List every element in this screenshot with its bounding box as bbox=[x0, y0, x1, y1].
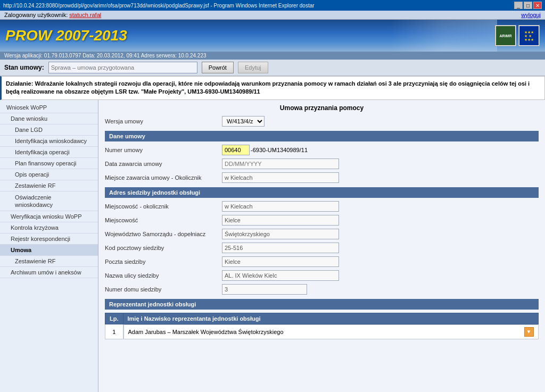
header-decoration bbox=[391, 20, 497, 52]
section-title: Umowa przyznania pomocy bbox=[105, 104, 539, 112]
sidebar-item-archiwum[interactable]: Archiwum umów i aneksów bbox=[0, 267, 98, 278]
table-header-name: Imię i Nazwisko reprezentanta jednostki … bbox=[123, 313, 539, 324]
kod-pocztowy-label: Kod pocztowy siedziby bbox=[105, 245, 222, 251]
numer-suffix: -6930-UM1340989/11 bbox=[251, 147, 308, 153]
arimr-logo: ARiMR bbox=[496, 26, 515, 45]
ulica-label: Nazwa ulicy siedziby bbox=[105, 272, 222, 279]
sidebar-item-zestawienie-rf-1[interactable]: Zestawienie RF bbox=[0, 180, 98, 191]
arimr-icon: ARiMR bbox=[495, 25, 516, 46]
top-bar: Zalogowany użytkownik: statuch.rafal wyl… bbox=[0, 11, 545, 20]
sidebar-item-kontrola[interactable]: Kontrola krzyżowa bbox=[0, 222, 98, 233]
miejscowosc-okolicznik-row: Miejscowość - okolicznik bbox=[105, 201, 539, 212]
action-title: Działanie: Wdrażanie lokalnych strategii… bbox=[0, 76, 545, 100]
sidebar-item-dane-wniosku[interactable]: Dane wniosku bbox=[0, 113, 98, 124]
numer-domu-label: Numer domu siedziby bbox=[105, 286, 222, 293]
header-banner: PROW 2007-2013 ARiMR ★★★★ ★★★★ bbox=[0, 20, 545, 52]
main-layout: Wniosek WoPP Dane wniosku Dane LGD Ident… bbox=[0, 100, 545, 392]
numer-umowy-combined: -6930-UM1340989/11 bbox=[222, 145, 308, 155]
window-titlebar: http://10.0.24.223:8080/prowdd/pl/gov/ar… bbox=[0, 0, 545, 11]
wojewodztwo-label: Województwo Samorządu - dopełniacz bbox=[105, 231, 222, 237]
reprezentant-header: Reprezentant jednostki obsługi bbox=[105, 299, 539, 310]
numer-domu-row: Numer domu siedziby bbox=[105, 284, 539, 295]
sidebar-item-rejestr[interactable]: Rejestr korespondencji bbox=[0, 233, 98, 245]
sidebar-item-umowa[interactable]: Umowa bbox=[0, 245, 98, 256]
window-controls[interactable]: _ □ ✕ bbox=[514, 2, 542, 9]
user-info: Zalogowany użytkownik: statuch.rafal bbox=[4, 12, 101, 18]
user-label: Zalogowany użytkownik: bbox=[4, 12, 68, 18]
header-icons: ARiMR ★★★★ ★★★★ bbox=[495, 25, 540, 46]
eu-icon: ★★★★ ★★★★ bbox=[518, 25, 540, 46]
header-logo: PROW 2007-2013 bbox=[5, 27, 127, 44]
table-row: 1 Adam Jarubas – Marszałek Województwa Ś… bbox=[105, 324, 539, 339]
version-text: Wersja aplikacji: 01.79.013.0797 Data: 2… bbox=[4, 53, 207, 59]
data-zawarcia-label: Data zawarcia umowy bbox=[105, 161, 222, 167]
table-cell-name: Adam Jarubas – Marszałek Województwa Świ… bbox=[123, 324, 539, 339]
sidebar-item-weryfikacja[interactable]: Weryfikacja wniosku WoPP bbox=[0, 211, 98, 222]
sidebar-item-identyfikacja-operacji[interactable]: Identyfikacja operacji bbox=[0, 147, 98, 158]
wersja-label: Wersja umowy bbox=[105, 118, 222, 124]
stan-label: Stan umowy: bbox=[4, 64, 44, 71]
ulica-row: Nazwa ulicy siedziby bbox=[105, 270, 539, 281]
numer-umowy-row: Numer umowy -6930-UM1340989/11 bbox=[105, 145, 539, 155]
sidebar-item-dane-lgd[interactable]: Dane LGD bbox=[0, 124, 98, 136]
logout-link[interactable]: wyloguj bbox=[521, 12, 541, 18]
poczta-input[interactable] bbox=[222, 256, 339, 267]
data-zawarcia-input[interactable] bbox=[222, 159, 339, 169]
miejscowosc-row: Miejscowość bbox=[105, 215, 539, 226]
poczta-label: Poczta siedziby bbox=[105, 258, 222, 265]
miejsce-label: Miejsce zawarcia umowy - Okolicznik bbox=[105, 174, 222, 181]
sidebar: Wniosek WoPP Dane wniosku Dane LGD Ident… bbox=[0, 100, 98, 392]
sidebar-item-opis-operacji[interactable]: Opis operacji bbox=[0, 169, 98, 180]
miejscowosc-input[interactable] bbox=[222, 215, 339, 226]
adres-header: Adres siedziby jednostki obsługi bbox=[105, 187, 539, 198]
wersja-row: Wersja umowy W/413/4/z bbox=[105, 116, 539, 127]
sidebar-item-plan-finansowy[interactable]: Plan finansowy operacji bbox=[0, 158, 98, 169]
numer-umowy-label: Numer umowy bbox=[105, 147, 222, 153]
window-url: http://10.0.24.223:8080/prowdd/pl/gov/ar… bbox=[3, 3, 315, 9]
miejscowosc-label: Miejscowość bbox=[105, 217, 222, 223]
content-area: Umowa przyznania pomocy Wersja umowy W/4… bbox=[98, 100, 545, 392]
sidebar-item-wniosek-wopp[interactable]: Wniosek WoPP bbox=[0, 102, 98, 113]
table-header-lp: Lp. bbox=[105, 313, 123, 324]
close-button[interactable]: ✕ bbox=[533, 2, 542, 9]
miejsce-input[interactable] bbox=[222, 172, 339, 183]
sidebar-item-zestawienie-rf-2[interactable]: Zestawienie RF bbox=[0, 256, 98, 267]
numer-prefix-input[interactable] bbox=[222, 145, 250, 155]
kod-pocztowy-input[interactable] bbox=[222, 243, 339, 253]
kod-pocztowy-row: Kod pocztowy siedziby bbox=[105, 243, 539, 253]
maximize-button[interactable]: □ bbox=[524, 2, 532, 9]
data-zawarcia-row: Data zawarcia umowy bbox=[105, 159, 539, 169]
wersja-select[interactable]: W/413/4/z bbox=[222, 116, 265, 127]
sidebar-item-identyfikacja-wnioskodawcy[interactable]: Identyfikacja wnioskodawcy bbox=[0, 136, 98, 147]
dane-umowy-header: Dane umowy bbox=[105, 131, 539, 141]
reprezentant-table: Lp. Imię i Nazwisko reprezentanta jednos… bbox=[105, 313, 539, 340]
poczta-row: Poczta siedziby bbox=[105, 256, 539, 267]
table-cell-lp: 1 bbox=[105, 324, 123, 339]
miejsce-row: Miejsce zawarcia umowy - Okolicznik bbox=[105, 172, 539, 183]
ulica-input[interactable] bbox=[222, 270, 339, 281]
wojewodztwo-input[interactable] bbox=[222, 229, 339, 239]
miejscowosc-okolicznik-label: Miejscowość - okolicznik bbox=[105, 203, 222, 210]
table-row-action-button[interactable]: ▼ bbox=[524, 327, 534, 337]
stan-bar: Stan umowy: Powrót Edytuj bbox=[0, 60, 545, 76]
edytuj-button[interactable]: Edytuj bbox=[238, 62, 268, 73]
powrot-button[interactable]: Powrót bbox=[202, 62, 234, 73]
sidebar-item-oswiadczenie[interactable]: Oświadczeniewnioskodawcy bbox=[0, 191, 98, 212]
minimize-button[interactable]: _ bbox=[514, 2, 523, 9]
wojewodztwo-row: Województwo Samorządu - dopełniacz bbox=[105, 229, 539, 239]
stan-input[interactable] bbox=[48, 62, 197, 73]
miejscowosc-okolicznik-input[interactable] bbox=[222, 201, 339, 212]
numer-domu-input[interactable] bbox=[222, 284, 307, 295]
version-bar: Wersja aplikacji: 01.79.013.0797 Data: 2… bbox=[0, 52, 545, 60]
logo-text: PROW 2007-2013 bbox=[5, 27, 127, 44]
username-link[interactable]: statuch.rafal bbox=[69, 12, 101, 18]
